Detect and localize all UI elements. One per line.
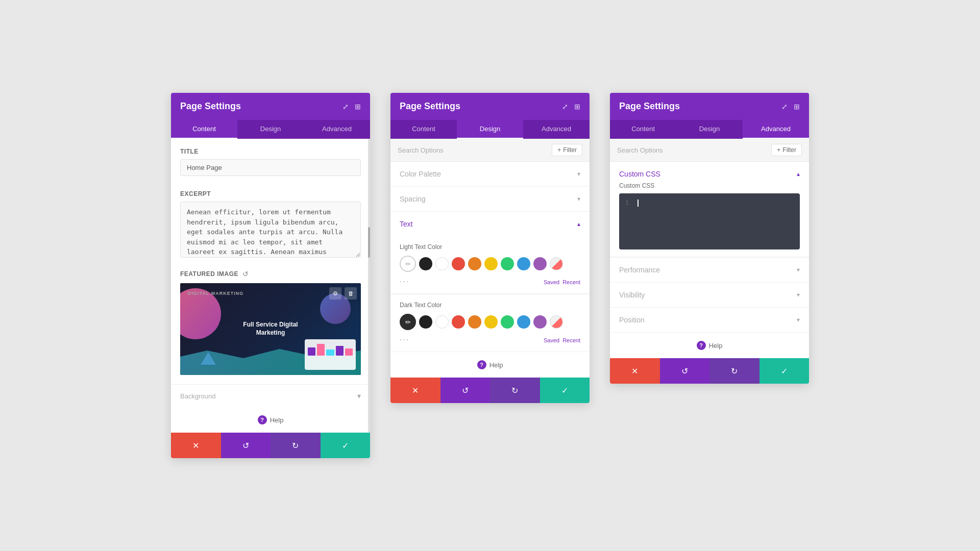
- swatch-orange-1[interactable]: [468, 257, 481, 270]
- swatch-red-2[interactable]: [452, 315, 465, 329]
- footer-redo-btn-1[interactable]: ↻: [271, 433, 321, 458]
- help-icon-3: ?: [697, 341, 706, 350]
- image-settings-btn[interactable]: ⚙: [329, 287, 341, 299]
- panel-2-tabs: Content Design Advanced: [390, 120, 590, 139]
- swatch-blue-2[interactable]: [517, 315, 530, 329]
- position-chevron: ▾: [797, 316, 800, 323]
- footer-redo-btn-3[interactable]: ↻: [709, 358, 760, 384]
- footer-close-btn-2[interactable]: ✕: [390, 378, 440, 403]
- light-color-label: Light Text Color: [400, 243, 580, 251]
- custom-css-header[interactable]: Custom CSS ▴: [610, 162, 809, 182]
- saved-btn-1[interactable]: Saved: [544, 279, 559, 285]
- footer-undo-btn-2[interactable]: ↺: [440, 378, 491, 403]
- css-editor[interactable]: 1: [619, 193, 800, 249]
- swatch-stripe-1[interactable]: [550, 257, 563, 270]
- spacing-title: Spacing: [400, 195, 426, 203]
- performance-section[interactable]: Performance ▾: [610, 258, 809, 283]
- featured-image-container: DIGITAL MARKETING Full Service Digital M…: [180, 283, 361, 375]
- text-header[interactable]: Text ▴: [390, 212, 590, 236]
- help-label-1: Help: [270, 416, 284, 424]
- filter-button-3[interactable]: + Filter: [771, 144, 802, 156]
- search-bar-2: Search Options + Filter: [390, 139, 590, 162]
- custom-css-label: Custom CSS: [619, 182, 800, 189]
- dark-color-picker-btn[interactable]: ✏: [400, 314, 416, 330]
- footer-close-btn-1[interactable]: ✕: [171, 433, 221, 458]
- tab-design-2[interactable]: Design: [457, 120, 523, 139]
- saved-btn-2[interactable]: Saved: [544, 337, 559, 343]
- footer-save-btn-3[interactable]: ✓: [760, 358, 810, 384]
- scrollbar-thumb-1: [368, 227, 370, 258]
- title-input[interactable]: [180, 159, 361, 176]
- swatch-orange-2[interactable]: [468, 315, 481, 329]
- scrollbar-1[interactable]: [368, 139, 370, 433]
- css-cursor: [638, 199, 639, 207]
- swatch-white-2[interactable]: [435, 315, 449, 329]
- recent-btn-1[interactable]: Recent: [562, 279, 580, 285]
- pencil-icon-light: ✏: [405, 260, 411, 268]
- help-button-3[interactable]: ? Help: [697, 341, 723, 350]
- tab-advanced-1[interactable]: Advanced: [304, 120, 370, 139]
- swatch-red-1[interactable]: [452, 257, 465, 270]
- image-reset-icon[interactable]: ↺: [242, 270, 249, 278]
- visibility-section[interactable]: Visibility ▾: [610, 283, 809, 308]
- footer-undo-btn-1[interactable]: ↺: [221, 433, 271, 458]
- swatch-white-1[interactable]: [435, 257, 449, 270]
- panel-2-title: Page Settings: [400, 101, 460, 112]
- more-dots-2[interactable]: ···: [400, 335, 409, 344]
- position-title: Position: [619, 316, 645, 324]
- swatch-yellow-2[interactable]: [484, 315, 498, 329]
- swatch-black-2[interactable]: [419, 315, 432, 329]
- grid-icon[interactable]: ⊞: [355, 103, 361, 111]
- swatch-purple-2[interactable]: [533, 315, 547, 329]
- panel-1-tabs: Content Design Advanced: [171, 120, 370, 139]
- grid-icon-2[interactable]: ⊞: [574, 103, 580, 111]
- image-delete-btn[interactable]: 🗑: [345, 287, 357, 299]
- swatch-black-1[interactable]: [419, 257, 432, 270]
- tab-design-3[interactable]: Design: [676, 120, 743, 139]
- help-button-2[interactable]: ? Help: [477, 360, 503, 369]
- help-button-1[interactable]: ? Help: [258, 415, 284, 424]
- swatch-blue-1[interactable]: [517, 257, 530, 270]
- color-meta-1: Saved Recent: [544, 279, 580, 285]
- footer-close-btn-3[interactable]: ✕: [610, 358, 660, 384]
- spacing-chevron: ▾: [577, 195, 580, 203]
- swatch-green-2[interactable]: [501, 315, 514, 329]
- footer-redo-btn-2[interactable]: ↻: [490, 378, 540, 403]
- tab-content-1[interactable]: Content: [171, 120, 237, 139]
- color-palette-header[interactable]: Color Palette ▾: [390, 162, 590, 187]
- expand-icon-3[interactable]: ⤢: [781, 103, 788, 111]
- expand-icon[interactable]: ⤢: [342, 103, 349, 111]
- tab-design-1[interactable]: Design: [237, 120, 304, 139]
- text-title: Text: [400, 220, 413, 228]
- swatch-stripe-2[interactable]: [550, 315, 563, 329]
- expand-icon-2[interactable]: ⤢: [562, 103, 568, 111]
- text-chevron: ▴: [577, 220, 580, 228]
- help-icon-2: ?: [477, 360, 486, 369]
- grid-icon-3[interactable]: ⊞: [794, 103, 800, 111]
- recent-btn-2[interactable]: Recent: [562, 337, 580, 343]
- more-dots-1[interactable]: ···: [400, 277, 409, 286]
- search-bar-3: Search Options + Filter: [610, 139, 809, 162]
- custom-css-title: Custom CSS: [619, 170, 660, 178]
- spacing-header[interactable]: Spacing ▾: [390, 187, 590, 212]
- tab-advanced-3[interactable]: Advanced: [743, 120, 809, 139]
- swatch-green-1[interactable]: [501, 257, 514, 270]
- footer-undo-btn-3[interactable]: ↺: [660, 358, 710, 384]
- position-section[interactable]: Position ▾: [610, 308, 809, 333]
- light-color-picker-btn[interactable]: ✏: [400, 256, 416, 272]
- excerpt-textarea[interactable]: Aenean efficitur, lorem ut fermentum hen…: [180, 202, 361, 258]
- tab-content-2[interactable]: Content: [390, 120, 457, 139]
- panel-1-header-icons: ⤢ ⊞: [342, 103, 361, 111]
- swatch-purple-1[interactable]: [533, 257, 547, 270]
- tab-advanced-2[interactable]: Advanced: [523, 120, 590, 139]
- bar-5: [345, 348, 353, 356]
- tab-content-3[interactable]: Content: [610, 120, 676, 139]
- footer-save-btn-1[interactable]: ✓: [321, 433, 371, 458]
- swatch-yellow-1[interactable]: [484, 257, 498, 270]
- background-label: Background: [180, 392, 215, 400]
- search-placeholder-3: Search Options: [617, 146, 663, 154]
- title-label: Title: [180, 148, 361, 155]
- filter-button-2[interactable]: + Filter: [552, 144, 582, 156]
- background-section[interactable]: Background ▾: [171, 384, 370, 407]
- footer-save-btn-2[interactable]: ✓: [540, 378, 590, 403]
